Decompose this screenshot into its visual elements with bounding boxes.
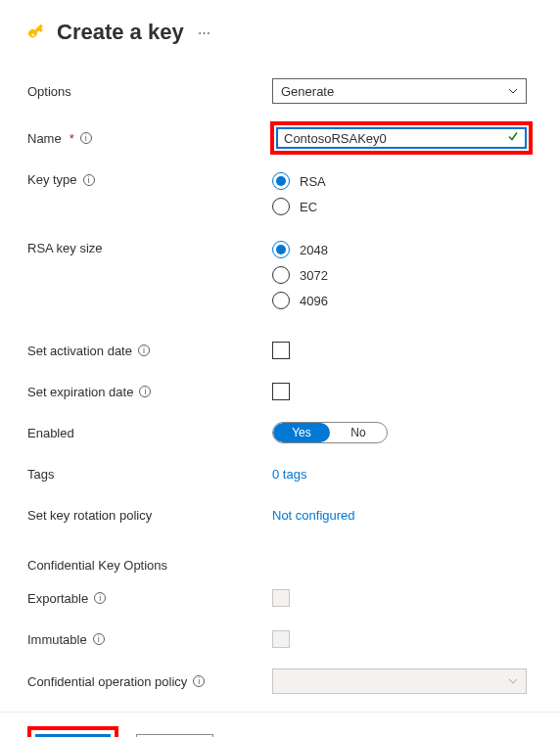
key-type-group: RSA EC xyxy=(272,172,326,215)
create-key-form: Options Generate Name * i xyxy=(27,78,533,704)
key-icon xyxy=(27,22,47,43)
info-icon[interactable]: i xyxy=(83,174,95,186)
rsa-key-size-label: RSA key size xyxy=(27,241,103,255)
radio-icon xyxy=(272,241,290,258)
tags-link[interactable]: 0 tags xyxy=(272,467,306,482)
name-highlight xyxy=(270,121,533,155)
chevron-down-icon xyxy=(508,676,518,686)
key-type-label: Key type xyxy=(27,172,77,187)
options-dropdown[interactable]: Generate xyxy=(272,78,527,104)
rsa-key-size-group: 2048 3072 4096 xyxy=(272,241,328,309)
immutable-checkbox[interactable] xyxy=(272,630,290,648)
create-highlight: Create xyxy=(27,726,118,737)
rotation-policy-label: Set key rotation policy xyxy=(27,508,152,523)
name-input[interactable] xyxy=(276,127,527,149)
name-label: Name xyxy=(27,131,62,146)
rsa-size-3072[interactable]: 3072 xyxy=(272,266,328,284)
activation-date-checkbox[interactable] xyxy=(272,342,290,359)
rsa-size-2048[interactable]: 2048 xyxy=(272,241,328,258)
options-label: Options xyxy=(27,84,71,99)
radio-label: EC xyxy=(300,200,317,214)
radio-label: 4096 xyxy=(300,294,328,308)
key-type-rsa[interactable]: RSA xyxy=(272,172,326,190)
radio-icon xyxy=(272,266,290,284)
info-icon[interactable]: i xyxy=(138,345,150,356)
radio-icon xyxy=(272,198,290,215)
info-icon[interactable]: i xyxy=(94,592,106,604)
enabled-yes[interactable]: Yes xyxy=(273,423,330,442)
expiration-date-checkbox[interactable] xyxy=(272,383,290,400)
confidential-options-heading: Confidential Key Options xyxy=(27,558,533,573)
tags-label: Tags xyxy=(27,467,54,482)
footer: Create Cancel xyxy=(0,712,560,737)
exportable-label: Exportable xyxy=(27,591,88,606)
enabled-label: Enabled xyxy=(27,426,74,440)
more-icon[interactable]: ⋯ xyxy=(194,25,214,40)
confidential-operation-policy-dropdown xyxy=(272,668,527,694)
page-header: Create a key ⋯ xyxy=(27,20,533,45)
info-icon[interactable]: i xyxy=(80,132,92,144)
rotation-policy-link[interactable]: Not configured xyxy=(272,508,355,523)
radio-label: RSA xyxy=(300,174,326,189)
immutable-label: Immutable xyxy=(27,632,87,647)
confidential-operation-policy-label: Confidential operation policy xyxy=(27,674,187,689)
info-icon[interactable]: i xyxy=(93,633,105,645)
rsa-size-4096[interactable]: 4096 xyxy=(272,292,328,309)
radio-icon xyxy=(272,292,290,309)
radio-label: 3072 xyxy=(300,268,328,283)
valid-check-icon xyxy=(507,131,519,146)
key-type-ec[interactable]: EC xyxy=(272,198,326,215)
page-title: Create a key xyxy=(57,20,184,45)
radio-icon xyxy=(272,172,290,190)
required-marker: * xyxy=(70,131,74,146)
enabled-no[interactable]: No xyxy=(330,423,387,442)
radio-label: 2048 xyxy=(300,243,328,257)
info-icon[interactable]: i xyxy=(193,675,205,687)
options-selected: Generate xyxy=(281,84,334,99)
info-icon[interactable]: i xyxy=(139,386,151,397)
expiration-date-label: Set expiration date xyxy=(27,385,133,399)
enabled-toggle[interactable]: Yes No xyxy=(272,422,388,443)
activation-date-label: Set activation date xyxy=(27,344,132,358)
chevron-down-icon xyxy=(508,86,518,96)
exportable-checkbox[interactable] xyxy=(272,589,290,607)
